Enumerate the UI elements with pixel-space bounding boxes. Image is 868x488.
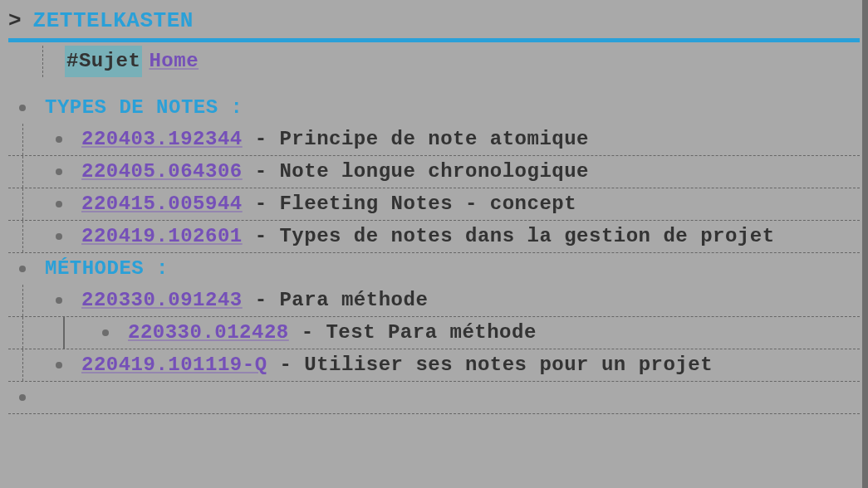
bullet-icon xyxy=(56,136,62,143)
list-item[interactable]: 220403.192344 - Principe de note atomiqu… xyxy=(8,124,860,156)
link-home[interactable]: Home xyxy=(149,46,199,77)
bullet-icon xyxy=(19,394,26,401)
section-methodes: MÉTHODES : xyxy=(8,253,860,285)
note-desc: Principe de note atomique xyxy=(279,128,589,150)
note-link[interactable]: 220415.005944 xyxy=(81,193,243,215)
tag-sujet[interactable]: #Sujet xyxy=(65,46,142,77)
note-desc: Fleeting Notes - concept xyxy=(279,193,576,215)
list-item[interactable]: 220415.005944 - Fleeting Notes - concept xyxy=(8,188,860,221)
page-title: ZETTELKASTEN xyxy=(33,8,194,33)
chevron-right-icon: > xyxy=(8,8,22,33)
section-methodes-label: MÉTHODES : xyxy=(45,253,860,285)
scrollbar[interactable] xyxy=(862,0,868,488)
note-link[interactable]: 220405.064306 xyxy=(81,160,243,183)
content: #Sujet Home TYPES DE NOTES : 220403.1923… xyxy=(0,42,868,414)
empty-item[interactable] xyxy=(8,382,860,414)
note-desc: Test Para méthode xyxy=(326,321,536,344)
note-desc: Para méthode xyxy=(279,289,428,311)
note-desc: Types de notes dans la gestion de projet xyxy=(279,225,774,247)
spacer xyxy=(8,77,860,92)
list-item[interactable]: 220330.091243 - Para méthode xyxy=(8,285,860,317)
tag-row: #Sujet Home xyxy=(8,46,860,77)
bullet-icon xyxy=(56,297,62,304)
note-link[interactable]: 220330.091243 xyxy=(81,289,243,311)
note-desc: Utiliser ses notes pour un projet xyxy=(304,354,713,376)
bullet-icon xyxy=(56,168,62,175)
note-link[interactable]: 220403.192344 xyxy=(81,128,243,150)
note-desc: Note longue chronologique xyxy=(279,160,589,183)
note-link[interactable]: 220419.101119-Q xyxy=(81,354,267,376)
title-block: > ZETTELKASTEN xyxy=(0,0,868,42)
bullet-icon xyxy=(56,233,62,240)
bullet-icon xyxy=(56,201,62,207)
list-item[interactable]: 220330.012428 - Test Para méthode xyxy=(8,317,860,349)
section-types: TYPES DE NOTES : xyxy=(8,92,860,124)
title-row: > ZETTELKASTEN xyxy=(8,8,860,42)
outliner-page: > ZETTELKASTEN #Sujet Home TYPES DE NOTE… xyxy=(0,0,868,488)
note-link[interactable]: 220330.012428 xyxy=(128,321,289,344)
note-link[interactable]: 220419.102601 xyxy=(81,225,243,247)
bullet-icon xyxy=(19,105,26,111)
list-item[interactable]: 220419.101119-Q - Utiliser ses notes pou… xyxy=(8,349,860,382)
bullet-icon xyxy=(56,362,62,368)
bullet-icon xyxy=(102,329,109,336)
bullet-icon xyxy=(19,266,26,272)
list-item[interactable]: 220419.102601 - Types de notes dans la g… xyxy=(8,221,860,253)
list-item[interactable]: 220405.064306 - Note longue chronologiqu… xyxy=(8,156,860,188)
section-types-label: TYPES DE NOTES : xyxy=(45,92,860,124)
